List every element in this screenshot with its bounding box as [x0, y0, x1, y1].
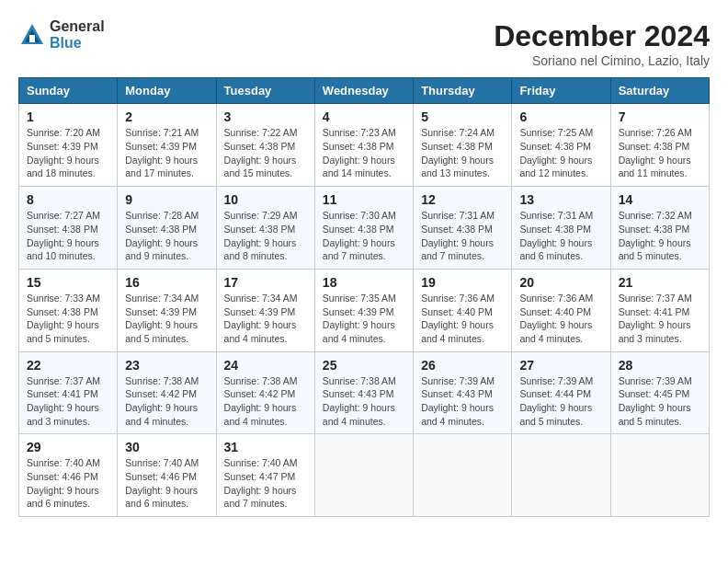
- day-cell: 24Sunrise: 7:38 AMSunset: 4:42 PMDayligh…: [216, 351, 314, 434]
- day-number: 12: [421, 192, 504, 207]
- day-number: 14: [619, 192, 701, 207]
- day-number: 7: [619, 109, 701, 124]
- day-info: Sunrise: 7:40 AMSunset: 4:47 PMDaylight:…: [224, 456, 307, 511]
- day-info: Sunrise: 7:29 AMSunset: 4:38 PMDaylight:…: [224, 209, 307, 263]
- day-info: Sunrise: 7:33 AMSunset: 4:38 PMDaylight:…: [27, 292, 109, 346]
- calendar-header: SundayMondayTuesdayWednesdayThursdayFrid…: [19, 78, 710, 104]
- day-number: 16: [125, 275, 208, 290]
- day-number: 5: [421, 109, 504, 124]
- day-info: Sunrise: 7:31 AMSunset: 4:38 PMDaylight:…: [519, 209, 602, 263]
- day-info: Sunrise: 7:35 AMSunset: 4:39 PMDaylight:…: [323, 292, 405, 346]
- day-number: 13: [519, 192, 602, 207]
- logo-icon: [18, 21, 46, 49]
- header-cell-monday: Monday: [118, 78, 216, 104]
- day-cell: 31Sunrise: 7:40 AMSunset: 4:47 PMDayligh…: [216, 434, 314, 517]
- day-cell: 3Sunrise: 7:22 AMSunset: 4:38 PMDaylight…: [216, 104, 314, 187]
- header-cell-sunday: Sunday: [19, 78, 118, 104]
- day-number: 27: [519, 358, 602, 373]
- header-cell-thursday: Thursday: [414, 78, 512, 104]
- day-info: Sunrise: 7:40 AMSunset: 4:46 PMDaylight:…: [27, 456, 109, 511]
- header-cell-tuesday: Tuesday: [216, 78, 314, 104]
- day-number: 15: [27, 275, 109, 290]
- day-number: 8: [27, 192, 109, 207]
- day-cell: 25Sunrise: 7:38 AMSunset: 4:43 PMDayligh…: [314, 351, 413, 434]
- week-row-4: 22Sunrise: 7:37 AMSunset: 4:41 PMDayligh…: [19, 351, 710, 434]
- day-cell: 5Sunrise: 7:24 AMSunset: 4:38 PMDaylight…: [414, 104, 512, 187]
- day-number: 17: [224, 275, 307, 290]
- week-row-1: 1Sunrise: 7:20 AMSunset: 4:39 PMDaylight…: [19, 104, 710, 187]
- day-cell: 11Sunrise: 7:30 AMSunset: 4:38 PMDayligh…: [314, 187, 413, 270]
- day-info: Sunrise: 7:34 AMSunset: 4:39 PMDaylight:…: [125, 292, 208, 346]
- location-subtitle: Soriano nel Cimino, Lazio, Italy: [494, 53, 710, 68]
- day-number: 22: [27, 358, 109, 373]
- day-info: Sunrise: 7:21 AMSunset: 4:39 PMDaylight:…: [125, 126, 208, 180]
- day-cell: 14Sunrise: 7:32 AMSunset: 4:38 PMDayligh…: [610, 187, 709, 270]
- day-number: 31: [224, 440, 307, 454]
- header-cell-saturday: Saturday: [610, 78, 709, 104]
- day-info: Sunrise: 7:28 AMSunset: 4:38 PMDaylight:…: [125, 209, 208, 263]
- day-info: Sunrise: 7:24 AMSunset: 4:38 PMDaylight:…: [421, 126, 504, 180]
- calendar-body: 1Sunrise: 7:20 AMSunset: 4:39 PMDaylight…: [19, 104, 710, 517]
- day-number: 24: [224, 358, 307, 373]
- day-cell: 2Sunrise: 7:21 AMSunset: 4:39 PMDaylight…: [118, 104, 216, 187]
- day-cell: 6Sunrise: 7:25 AMSunset: 4:38 PMDaylight…: [512, 104, 610, 187]
- day-number: 25: [323, 358, 405, 373]
- month-title: December 2024: [494, 18, 710, 53]
- day-number: 21: [619, 275, 701, 290]
- day-number: 2: [125, 109, 208, 124]
- day-cell: 23Sunrise: 7:38 AMSunset: 4:42 PMDayligh…: [118, 351, 216, 434]
- day-info: Sunrise: 7:36 AMSunset: 4:40 PMDaylight:…: [421, 292, 504, 346]
- day-cell: 7Sunrise: 7:26 AMSunset: 4:38 PMDaylight…: [610, 104, 709, 187]
- day-number: 11: [323, 192, 405, 207]
- header-cell-friday: Friday: [512, 78, 610, 104]
- day-number: 9: [125, 192, 208, 207]
- header-cell-wednesday: Wednesday: [314, 78, 413, 104]
- day-number: 23: [125, 358, 208, 373]
- day-number: 20: [519, 275, 602, 290]
- day-number: 18: [323, 275, 405, 290]
- day-info: Sunrise: 7:40 AMSunset: 4:46 PMDaylight:…: [125, 456, 208, 511]
- day-info: Sunrise: 7:38 AMSunset: 4:42 PMDaylight:…: [125, 374, 208, 429]
- day-cell: 21Sunrise: 7:37 AMSunset: 4:41 PMDayligh…: [610, 269, 709, 351]
- day-cell: 19Sunrise: 7:36 AMSunset: 4:40 PMDayligh…: [414, 269, 512, 351]
- day-cell: [610, 434, 709, 517]
- day-info: Sunrise: 7:27 AMSunset: 4:38 PMDaylight:…: [27, 209, 109, 263]
- day-info: Sunrise: 7:32 AMSunset: 4:38 PMDaylight:…: [619, 209, 701, 263]
- day-number: 29: [27, 440, 109, 454]
- day-cell: 13Sunrise: 7:31 AMSunset: 4:38 PMDayligh…: [512, 187, 610, 270]
- title-area: December 2024 Soriano nel Cimino, Lazio,…: [494, 18, 710, 68]
- day-cell: 18Sunrise: 7:35 AMSunset: 4:39 PMDayligh…: [314, 269, 413, 351]
- day-info: Sunrise: 7:39 AMSunset: 4:44 PMDaylight:…: [519, 374, 602, 429]
- day-info: Sunrise: 7:20 AMSunset: 4:39 PMDaylight:…: [27, 126, 109, 180]
- day-cell: [414, 434, 512, 517]
- day-cell: 20Sunrise: 7:36 AMSunset: 4:40 PMDayligh…: [512, 269, 610, 351]
- day-number: 26: [421, 358, 504, 373]
- day-cell: 12Sunrise: 7:31 AMSunset: 4:38 PMDayligh…: [414, 187, 512, 270]
- day-info: Sunrise: 7:22 AMSunset: 4:38 PMDaylight:…: [224, 126, 307, 180]
- day-info: Sunrise: 7:37 AMSunset: 4:41 PMDaylight:…: [27, 374, 109, 429]
- day-cell: 4Sunrise: 7:23 AMSunset: 4:38 PMDaylight…: [314, 104, 413, 187]
- day-cell: 15Sunrise: 7:33 AMSunset: 4:38 PMDayligh…: [19, 269, 118, 351]
- day-cell: [314, 434, 413, 517]
- week-row-3: 15Sunrise: 7:33 AMSunset: 4:38 PMDayligh…: [19, 269, 710, 351]
- day-number: 19: [421, 275, 504, 290]
- logo: General Blue: [18, 18, 105, 51]
- day-info: Sunrise: 7:39 AMSunset: 4:45 PMDaylight:…: [619, 374, 701, 429]
- day-cell: 22Sunrise: 7:37 AMSunset: 4:41 PMDayligh…: [19, 351, 118, 434]
- day-number: 1: [27, 109, 109, 124]
- week-row-2: 8Sunrise: 7:27 AMSunset: 4:38 PMDaylight…: [19, 187, 710, 270]
- day-number: 3: [224, 109, 307, 124]
- day-number: 10: [224, 192, 307, 207]
- day-info: Sunrise: 7:34 AMSunset: 4:39 PMDaylight:…: [224, 292, 307, 346]
- header-row: SundayMondayTuesdayWednesdayThursdayFrid…: [19, 78, 710, 104]
- day-number: 28: [619, 358, 701, 373]
- logo-general-text: General: [50, 18, 105, 35]
- day-info: Sunrise: 7:26 AMSunset: 4:38 PMDaylight:…: [619, 126, 701, 180]
- day-info: Sunrise: 7:23 AMSunset: 4:38 PMDaylight:…: [323, 126, 405, 180]
- day-info: Sunrise: 7:38 AMSunset: 4:42 PMDaylight:…: [224, 374, 307, 429]
- day-cell: 8Sunrise: 7:27 AMSunset: 4:38 PMDaylight…: [19, 187, 118, 270]
- day-info: Sunrise: 7:36 AMSunset: 4:40 PMDaylight:…: [519, 292, 602, 346]
- day-cell: 27Sunrise: 7:39 AMSunset: 4:44 PMDayligh…: [512, 351, 610, 434]
- day-cell: [512, 434, 610, 517]
- day-cell: 29Sunrise: 7:40 AMSunset: 4:46 PMDayligh…: [19, 434, 118, 517]
